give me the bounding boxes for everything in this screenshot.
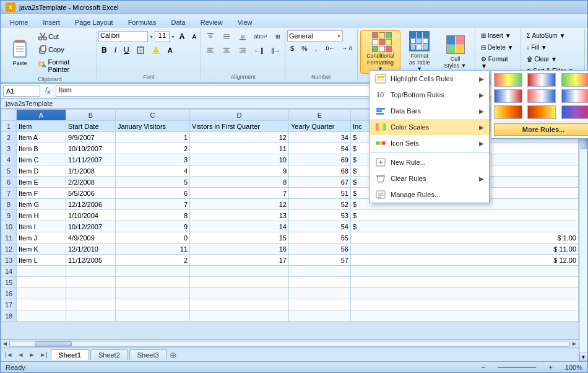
- number-format-dropdown[interactable]: General ▼: [287, 30, 343, 42]
- cell-e9[interactable]: 53: [289, 210, 351, 221]
- cell-d4[interactable]: 10: [190, 154, 289, 165]
- cell-b9[interactable]: 1/10/2004: [66, 210, 116, 221]
- border-button[interactable]: [134, 45, 147, 56]
- new-rule-item[interactable]: New Rule...: [370, 154, 489, 170]
- h-scroll-thumb[interactable]: [35, 341, 72, 346]
- cell-b11[interactable]: 4/9/2009: [66, 232, 116, 244]
- cell-a16[interactable]: [17, 288, 66, 299]
- autosum-button[interactable]: Σ AutoSum ▼: [524, 30, 569, 41]
- font-size-input[interactable]: 11: [155, 31, 170, 42]
- cell-c12[interactable]: 11: [116, 244, 190, 255]
- align-top-button[interactable]: [203, 30, 218, 43]
- cell-e2[interactable]: 34: [289, 132, 351, 143]
- delete-button[interactable]: ⊟ Delete ▼: [478, 42, 516, 53]
- cell-d11[interactable]: 15: [190, 232, 289, 244]
- icon-sets-item[interactable]: Icon Sets ▶: [370, 135, 489, 151]
- cell-d6[interactable]: 8: [190, 177, 289, 188]
- tab-last-button[interactable]: ►|: [38, 351, 50, 358]
- row-number-14[interactable]: 14: [1, 266, 17, 277]
- col-header-d[interactable]: D: [190, 110, 289, 121]
- cell-d5[interactable]: 9: [190, 165, 289, 177]
- cell-d7[interactable]: 7: [190, 188, 289, 199]
- font-grow-button[interactable]: A: [176, 30, 188, 43]
- row-number-16[interactable]: 16: [1, 288, 17, 299]
- cut-button[interactable]: Cut: [35, 30, 94, 43]
- cell-a7[interactable]: Item F: [17, 188, 66, 199]
- col-header-e[interactable]: E: [289, 110, 351, 121]
- cell-e5[interactable]: 68: [289, 165, 351, 177]
- merge-center-button[interactable]: ⊞: [272, 32, 283, 42]
- font-size-arrow[interactable]: ▼: [171, 35, 175, 39]
- format-painter-button[interactable]: Format Painter: [35, 56, 94, 75]
- cell-e7[interactable]: 51: [289, 188, 351, 199]
- row-number-17[interactable]: 17: [1, 299, 17, 310]
- cell-a2[interactable]: Item A: [17, 132, 66, 143]
- insert-sheet-button[interactable]: ⊕: [170, 350, 177, 360]
- cell-c13[interactable]: 2: [116, 255, 190, 266]
- zoom-in-btn[interactable]: +: [548, 364, 552, 371]
- cell-f11[interactable]: $ 1.00: [351, 232, 579, 244]
- horizontal-scrollbar[interactable]: ◄ ►: [1, 339, 579, 348]
- cell-a1[interactable]: Item: [17, 121, 66, 132]
- row-number-13[interactable]: 13: [1, 255, 17, 266]
- cell-d2[interactable]: 12: [190, 132, 289, 143]
- cell-b3[interactable]: 10/10/2007: [66, 143, 116, 154]
- fill-color-button[interactable]: [149, 44, 163, 56]
- row-number-7[interactable]: 7: [1, 188, 17, 199]
- cell-b12[interactable]: 12/1/2010: [66, 244, 116, 255]
- col-header-b[interactable]: B: [66, 110, 116, 121]
- highlight-cells-item[interactable]: Highlight Cells Rules ▶: [370, 71, 489, 87]
- clear-rules-item[interactable]: Clear Rules ▶: [370, 170, 489, 186]
- cell-c6[interactable]: 5: [116, 177, 190, 188]
- color-scale-rwb2[interactable]: [527, 89, 556, 103]
- align-right-button[interactable]: [235, 44, 250, 56]
- cell-c5[interactable]: 4: [116, 165, 190, 177]
- cell-a11[interactable]: Item J: [17, 232, 66, 244]
- tab-formulas[interactable]: Formulas: [121, 16, 163, 28]
- cell-a8[interactable]: Item G: [17, 199, 66, 210]
- color-scale-gw[interactable]: [561, 105, 588, 119]
- cell-b13[interactable]: 11/12/2005: [66, 255, 116, 266]
- cell-a10[interactable]: Item I: [17, 221, 66, 232]
- tab-home[interactable]: Home: [3, 16, 35, 28]
- color-scale-bwr[interactable]: [494, 89, 522, 103]
- tab-prev-button[interactable]: ◄: [16, 351, 26, 358]
- decrease-indent-button[interactable]: ←‖: [251, 45, 267, 56]
- cell-f13[interactable]: $ 12.00: [351, 255, 579, 266]
- row-number-1[interactable]: 1: [1, 121, 17, 132]
- cell-a3[interactable]: Item B: [17, 143, 66, 154]
- zoom-out-btn[interactable]: −: [482, 364, 485, 371]
- color-scales-item[interactable]: Color Scales ▶: [370, 119, 489, 135]
- font-shrink-button[interactable]: A: [189, 32, 200, 42]
- zoom-slider[interactable]: ────────: [498, 364, 536, 371]
- currency-button[interactable]: $: [287, 43, 297, 54]
- cell-c7[interactable]: 6: [116, 188, 190, 199]
- tab-next-button[interactable]: ►: [27, 351, 37, 358]
- tab-view[interactable]: View: [231, 16, 259, 28]
- format-button[interactable]: ⚙ Format ▼: [478, 54, 517, 71]
- percent-button[interactable]: %: [298, 43, 311, 54]
- paste-button[interactable]: Paste: [6, 31, 34, 74]
- cell-d13[interactable]: 17: [190, 255, 289, 266]
- sheet-tab-sheet1[interactable]: Sheet1: [51, 349, 89, 360]
- cell-a9[interactable]: Item H: [17, 210, 66, 221]
- clear-button[interactable]: 🗑 Clear ▼: [524, 54, 560, 64]
- cell-e3[interactable]: 54: [289, 143, 351, 154]
- cell-e10[interactable]: 54: [289, 221, 351, 232]
- row-number-9[interactable]: 9: [1, 210, 17, 221]
- bold-button[interactable]: B: [98, 44, 110, 56]
- decrease-decimal-button[interactable]: .0←: [321, 43, 338, 53]
- cell-d9[interactable]: 13: [190, 210, 289, 221]
- cell-e4[interactable]: 69: [289, 154, 351, 165]
- cell-ref-box[interactable]: A1: [3, 86, 40, 97]
- underline-button[interactable]: U: [121, 44, 132, 56]
- increase-indent-button[interactable]: ‖→: [268, 45, 283, 56]
- cell-e1[interactable]: Yearly Quarter: [289, 121, 351, 132]
- color-scale-wy[interactable]: [527, 105, 556, 119]
- cell-b8[interactable]: 12/12/2006: [66, 199, 116, 210]
- cell-d8[interactable]: 12: [190, 199, 289, 210]
- tab-insert[interactable]: Insert: [36, 16, 67, 28]
- color-scale-ryw[interactable]: [494, 73, 522, 87]
- color-scale-brw[interactable]: [561, 89, 588, 103]
- v-scroll-down[interactable]: ▼: [579, 353, 588, 361]
